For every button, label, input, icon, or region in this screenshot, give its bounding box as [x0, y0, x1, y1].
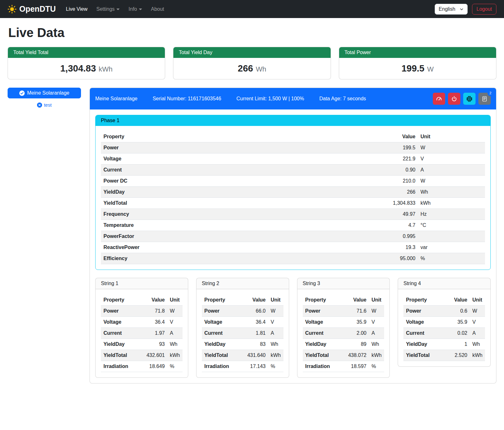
table-row: Irradiation 17.143 % — [202, 361, 283, 372]
nav-item-info[interactable]: Info — [124, 4, 146, 15]
speedometer-icon — [436, 96, 442, 102]
language-select[interactable]: English — [435, 4, 468, 15]
row-value: 83 — [245, 339, 268, 350]
brand[interactable]: OpenDTU — [8, 4, 56, 14]
row-value: 35.9 — [447, 317, 470, 328]
row-property: Current — [403, 328, 447, 339]
table-row: YieldTotal 1,304.833 kWh — [101, 198, 485, 209]
table-row: Current 1.97 A — [101, 328, 183, 339]
sidebar-item-test[interactable]: test — [8, 102, 81, 108]
string-table-body: Power 71.8 W Voltage 36.4 V — [101, 306, 183, 372]
card-body: 266 Wh — [173, 58, 330, 79]
inverter-data-age: Data Age: 7 seconds — [319, 96, 366, 102]
table-row: Power 71.8 W — [101, 306, 183, 317]
row-property: YieldTotal — [101, 350, 144, 361]
nav-item-settings[interactable]: Settings — [92, 4, 124, 15]
col-header-property: Property — [202, 295, 245, 306]
table-row: Irradiation 18.597 % — [303, 361, 384, 372]
row-unit: Wh — [268, 339, 283, 350]
table-row: Voltage 221.9 V — [101, 153, 485, 165]
summary-cards-row: Total Yield Total 1,304.83 kWh Total Yie… — [8, 47, 496, 79]
x-circle-icon — [37, 103, 42, 108]
brand-label: OpenDTU — [19, 4, 56, 14]
row-unit: A — [167, 328, 183, 339]
row-property: Power — [101, 306, 144, 317]
power-button[interactable] — [448, 93, 460, 105]
logout-button[interactable]: Logout — [472, 4, 496, 15]
row-value: 66.0 — [245, 306, 268, 317]
table-row: YieldTotal 432.601 kWh — [101, 350, 183, 361]
chevron-down-icon — [139, 9, 142, 10]
row-unit: kWh — [268, 350, 283, 361]
row-unit: W — [418, 142, 485, 153]
col-header-property: Property — [403, 295, 447, 306]
nav-item-about[interactable]: About — [146, 4, 169, 15]
row-property: Current — [303, 328, 346, 339]
inverter-panel-body: Phase 1 Property Value Unit — [90, 109, 496, 383]
inverter-name: Meine Solaranlage — [95, 96, 137, 102]
page-title: Live Data — [8, 26, 496, 40]
row-property: Voltage — [303, 317, 346, 328]
row-property: Voltage — [403, 317, 447, 328]
chevron-down-icon — [460, 7, 464, 11]
table-row: Voltage 35.9 V — [403, 317, 485, 328]
row-value: 36.4 — [245, 317, 268, 328]
row-value: 2.00 — [345, 328, 369, 339]
total-yield-total-value: 1,304.83 — [60, 63, 96, 73]
table-row: Power 199.5 W — [101, 142, 485, 153]
device-info-button[interactable] — [463, 93, 476, 105]
table-header-row: Property Value Unit — [303, 295, 384, 306]
table-header-row: Property Value Unit — [101, 131, 485, 142]
row-unit: V — [167, 317, 183, 328]
inverter-action-buttons: 2 — [433, 93, 491, 105]
table-row: ReactivePower 19.3 var — [101, 242, 485, 253]
table-row: YieldTotal 431.640 kWh — [202, 350, 283, 361]
row-property: YieldDay — [403, 339, 447, 350]
limit-settings-button[interactable] — [433, 93, 445, 105]
total-yield-day-value: 266 — [238, 63, 253, 73]
inverter-limit: Current Limit: 1,500 W | 100% — [236, 96, 304, 102]
inverter-select-button[interactable]: Meine Solaranlage — [8, 88, 81, 98]
row-value: 0.90 — [377, 165, 418, 176]
event-log-button[interactable]: 2 — [478, 93, 491, 105]
row-unit: °C — [418, 220, 485, 231]
phase-card: Phase 1 Property Value Unit — [95, 115, 491, 270]
row-value: 36.4 — [144, 317, 167, 328]
row-value: 432.601 — [144, 350, 167, 361]
table-header-row: Property Value Unit — [101, 295, 183, 306]
row-unit: Wh — [470, 339, 485, 350]
string-card-body: Property Value Unit Power — [96, 289, 188, 377]
table-row: Current 2.00 A — [303, 328, 384, 339]
nav-links: Live View Settings Info About — [61, 4, 169, 15]
row-value: 18.597 — [345, 361, 369, 372]
col-header-unit: Unit — [369, 295, 384, 306]
row-value: 4.7 — [377, 220, 418, 231]
nav-item-live-view[interactable]: Live View — [61, 4, 92, 15]
table-row: Voltage 36.4 V — [202, 317, 283, 328]
row-value: 71.6 — [345, 306, 369, 317]
string-table-body: Power 71.6 W Voltage 35.9 V — [303, 306, 384, 372]
card-total-yield-total: Total Yield Total 1,304.83 kWh — [8, 47, 165, 79]
table-row: Power 0.6 W — [403, 306, 485, 317]
row-property: Power — [202, 306, 245, 317]
row-property: YieldTotal — [303, 350, 346, 361]
row-property: ReactivePower — [101, 242, 377, 253]
row-property: Power — [403, 306, 447, 317]
row-unit: % — [268, 361, 283, 372]
inverter-select-label: Meine Solaranlage — [27, 90, 69, 96]
total-yield-total-unit: kWh — [99, 65, 113, 73]
table-header-row: Property Value Unit — [202, 295, 283, 306]
row-unit: kWh — [369, 350, 384, 361]
row-unit: W — [418, 176, 485, 187]
table-row: YieldDay 83 Wh — [202, 339, 283, 350]
phase-table-body: Power 199.5 W Voltage 221.9 V — [101, 142, 485, 264]
row-property: Irradiation — [303, 361, 346, 372]
string-card-body: Property Value Unit Power — [196, 289, 289, 377]
check-circle-icon — [19, 90, 25, 96]
row-value: 95.000 — [377, 253, 418, 264]
row-unit: V — [418, 153, 485, 165]
row-property: Current — [202, 328, 245, 339]
row-property: YieldDay — [101, 339, 144, 350]
row-property: YieldDay — [202, 339, 245, 350]
card-header: Total Yield Total — [8, 47, 165, 58]
